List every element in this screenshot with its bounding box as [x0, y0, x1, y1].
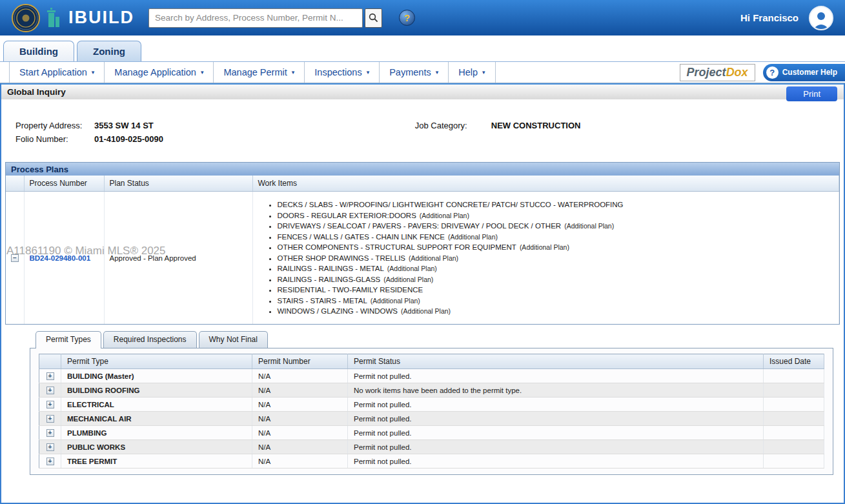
work-item: DECKS / SLABS - W/PROOFING/ LIGHTWEIGHT … — [278, 201, 834, 208]
question-icon: ? — [766, 66, 779, 79]
chevron-down-icon: ▾ — [92, 69, 95, 76]
permit-number-header: Permit Number — [252, 354, 348, 369]
job-category-label: Job Category: — [415, 121, 491, 130]
process-plans-section: Process Plans Process Number Plan Status… — [5, 162, 840, 325]
collapse-icon[interactable]: − — [11, 254, 19, 262]
issued-date-header: Issued Date — [764, 354, 824, 369]
tab-why-not-final[interactable]: Why Not Final — [199, 331, 268, 348]
process-plans-table: Process Number Plan Status Work Items − … — [6, 176, 839, 324]
city-seal-icon — [12, 4, 40, 32]
expand-icon[interactable]: + — [46, 372, 54, 380]
print-button[interactable]: Print — [786, 86, 837, 101]
expand-icon[interactable]: + — [46, 387, 54, 394]
ibuild-logo: IBUILD — [46, 8, 134, 28]
expand-column-header — [6, 176, 24, 192]
work-items-list: DECKS / SLABS - W/PROOFING/ LIGHTWEIGHT … — [278, 201, 834, 315]
job-category-value: NEW CONSTRUCTION — [491, 121, 581, 130]
search-input[interactable] — [148, 8, 363, 28]
plan-status-value: Approved - Plan Approved — [104, 192, 252, 325]
property-info: Property Address: 3553 SW 14 ST Job Cate… — [15, 119, 844, 146]
menu-start-application[interactable]: Start Application ▾ — [9, 62, 105, 83]
menu-manage-application[interactable]: Manage Application ▾ — [105, 62, 214, 83]
chevron-down-icon: ▾ — [367, 69, 370, 76]
expand-icon[interactable]: + — [46, 458, 54, 465]
plan-status-header: Plan Status — [104, 176, 252, 192]
tab-building[interactable]: Building — [3, 41, 74, 61]
permit-panel: Permit Type Permit Number Permit Status … — [30, 348, 833, 475]
property-address-label: Property Address: — [15, 121, 94, 130]
expand-icon[interactable]: + — [46, 401, 54, 408]
menu-bar: Start Application ▾ Manage Application ▾… — [0, 62, 845, 83]
table-row: + MECHANICAL AIR N/A Permit not pulled. — [39, 412, 824, 426]
work-item: FENCES / WALLS / GATES - CHAIN LINK FENC… — [278, 233, 834, 241]
work-item: DOORS - REGULAR EXTERIOR:DOORS(Additiona… — [278, 212, 834, 219]
work-item: OTHER SHOP DRAWINGS - TRELLIS(Additional… — [278, 254, 834, 262]
table-row: + BUILDING (Master) N/A Permit not pulle… — [39, 369, 824, 383]
table-row: + PUBLIC WORKS N/A Permit not pulled. — [39, 440, 824, 454]
table-row: + BUILDING ROOFING N/A No work items hav… — [39, 383, 824, 398]
chevron-down-icon: ▾ — [201, 69, 204, 76]
expand-icon[interactable]: + — [46, 415, 54, 423]
expand-column-header — [39, 354, 61, 369]
permit-type-header: Permit Type — [61, 354, 252, 369]
expand-icon[interactable]: + — [46, 429, 54, 437]
permit-section: Permit Types Required Inspections Why No… — [30, 331, 833, 475]
tab-zoning[interactable]: Zoning — [77, 41, 141, 61]
help-icon[interactable]: ? — [399, 10, 415, 26]
work-item: DRIVEWAYS / SEALCOAT / PAVERS - PAVERS: … — [278, 222, 834, 230]
process-plan-row: − BD24-029480-001 Approved - Plan Approv… — [6, 192, 839, 325]
customer-help-button[interactable]: ? Customer Help — [763, 64, 845, 81]
user-greeting: Hi Francisco — [740, 12, 799, 23]
menu-payments[interactable]: Payments ▾ — [380, 62, 449, 83]
table-row: + TREE PERMIT N/A Permit not pulled. — [39, 454, 824, 469]
work-item: RAILINGS - RAILINGS-GLASS(Additional Pla… — [278, 276, 834, 283]
process-number-link[interactable]: BD24-029480-001 — [30, 254, 91, 262]
process-plans-header: Process Plans — [6, 163, 839, 176]
chevron-down-icon: ▾ — [436, 69, 439, 76]
menu-manage-permit[interactable]: Manage Permit ▾ — [214, 62, 305, 83]
permit-types-table: Permit Type Permit Number Permit Status … — [39, 354, 824, 469]
chevron-down-icon: ▾ — [292, 69, 295, 76]
permit-status-header: Permit Status — [348, 354, 764, 369]
property-address-value: 3553 SW 14 ST — [94, 121, 154, 130]
search-icon — [369, 13, 378, 23]
work-items-header: Work Items — [252, 176, 839, 192]
tab-permit-types[interactable]: Permit Types — [36, 331, 101, 348]
search-button[interactable] — [365, 8, 382, 28]
folio-number-label: Folio Number: — [15, 134, 94, 144]
section-tabs: Building Zoning — [0, 35, 845, 62]
page-header: Global Inquiry Print — [1, 83, 844, 99]
permit-tabs: Permit Types Required Inspections Why No… — [30, 331, 833, 348]
chevron-down-icon: ▾ — [482, 69, 485, 76]
process-number-header: Process Number — [24, 176, 104, 192]
brand-text: IBUILD — [68, 8, 134, 28]
menu-inspections[interactable]: Inspections ▾ — [305, 62, 380, 83]
work-item: STAIRS - STAIRS - METAL(Additional Plan) — [278, 297, 834, 305]
avatar[interactable] — [809, 6, 833, 30]
projectdox-logo[interactable]: ProjectDox — [680, 64, 755, 81]
main-content: Global Inquiry Print Property Address: 3… — [0, 83, 845, 504]
menu-help[interactable]: Help ▾ — [449, 62, 495, 83]
top-bar: IBUILD ? Hi Francisco — [0, 0, 845, 35]
work-item: RESIDENTIAL - TWO-FAMILY RESIDENCE — [278, 286, 834, 294]
work-item: RAILINGS - RAILINGS - METAL(Additional P… — [278, 265, 834, 272]
person-icon — [811, 10, 831, 29]
table-row: + PLUMBING N/A Permit not pulled. — [39, 426, 824, 440]
expand-icon[interactable]: + — [46, 443, 54, 451]
page-title: Global Inquiry — [7, 87, 66, 97]
folio-number-value: 01-4109-025-0090 — [94, 134, 163, 144]
tab-required-inspections[interactable]: Required Inspections — [103, 331, 197, 348]
table-row: + ELECTRICAL N/A Permit not pulled. — [39, 398, 824, 412]
work-item: OTHER COMPONENTS - STRUCTURAL SUPPORT FO… — [278, 243, 834, 251]
work-item: WINDOWS / GLAZING - WINDOWS(Additional P… — [278, 307, 834, 315]
building-logo-icon — [46, 8, 66, 28]
